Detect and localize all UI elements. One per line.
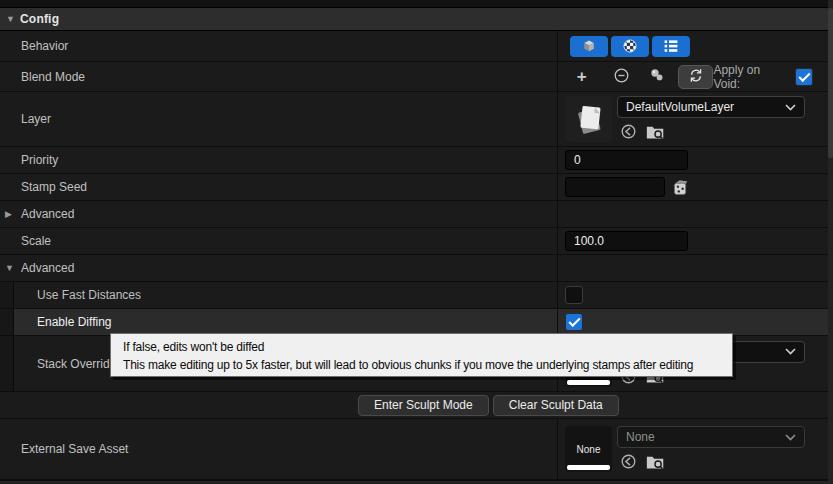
row-advanced-collapsed[interactable]: ▶ Advanced — [0, 201, 833, 228]
chevron-down-icon: ▼ — [6, 14, 20, 24]
indent-gutter — [0, 282, 14, 308]
layer-pages-icon — [570, 99, 608, 140]
cube-icon — [581, 38, 597, 54]
apply-on-void-checkbox[interactable] — [795, 68, 813, 86]
thumbnail-none-label: None — [577, 444, 601, 455]
scale-input[interactable]: 100.0 — [565, 231, 688, 251]
blend-subtract-button[interactable] — [611, 67, 630, 87]
dice-icon[interactable] — [671, 178, 690, 197]
config-category-header[interactable]: ▼ Config — [0, 8, 833, 31]
priority-value: 0 — [574, 153, 581, 167]
enter-sculpt-mode-button[interactable]: Enter Sculpt Mode — [358, 395, 489, 416]
row-sculpt-buttons: Enter Sculpt Mode Clear Sculpt Data — [0, 392, 833, 419]
use-fast-distances-label: Use Fast Distances — [14, 288, 141, 302]
add-icon: + — [577, 68, 587, 85]
clear-sculpt-data-button[interactable]: Clear Sculpt Data — [493, 395, 619, 416]
apply-on-void-label: Apply on Void: — [713, 63, 788, 91]
subtract-circle-icon — [613, 67, 630, 87]
asset-color-stripe — [567, 465, 610, 470]
row-behavior: Behavior — [0, 31, 833, 62]
enable-diffing-tooltip: If false, edits won't be diffed This mak… — [110, 333, 733, 377]
stack-override-label: Stack Override — [14, 357, 116, 371]
scrollbar-thumb[interactable] — [828, 8, 833, 158]
category-label: Config — [20, 12, 59, 26]
panel-top-edge — [0, 0, 833, 8]
layer-asset-thumbnail[interactable] — [565, 96, 612, 142]
external-save-asset-dropdown[interactable]: None — [617, 426, 805, 448]
indent-gutter — [0, 336, 14, 391]
chevron-down-icon — [785, 104, 796, 111]
blend-loop-button[interactable] — [678, 65, 713, 89]
tooltip-line-1: If false, edits won't be diffed — [123, 338, 720, 356]
chevron-down-icon — [785, 348, 796, 355]
panel-bottom-edge — [0, 480, 833, 484]
behavior-label: Behavior — [0, 39, 68, 53]
behavior-shape-button[interactable] — [570, 36, 608, 57]
indent-gutter — [0, 309, 14, 335]
scale-value: 100.0 — [574, 234, 604, 248]
row-use-fast-distances: Use Fast Distances — [0, 282, 833, 309]
browse-to-asset-icon[interactable] — [646, 454, 665, 470]
enable-diffing-checkbox[interactable] — [565, 313, 583, 331]
behavior-material-button[interactable] — [611, 36, 649, 57]
checker-sphere-icon — [622, 38, 638, 54]
clear-sculpt-data-label: Clear Sculpt Data — [509, 398, 603, 412]
details-panel: ▼ Config Behavior — [0, 0, 833, 484]
behavior-list-button[interactable] — [652, 36, 690, 57]
row-priority: Priority 0 — [0, 147, 833, 174]
chevron-right-icon: ▶ — [5, 209, 12, 219]
layer-asset-picker: DefaultVolumeLayer — [565, 96, 805, 142]
use-selected-icon[interactable] — [620, 123, 637, 140]
blend-add-button[interactable]: + — [572, 67, 591, 87]
paint-blend-icon — [649, 67, 665, 86]
row-scale: Scale 100.0 — [0, 228, 833, 255]
loop-icon — [688, 68, 704, 86]
chevron-down-icon: ▼ — [5, 263, 14, 273]
enable-diffing-label: Enable Diffing — [14, 315, 112, 329]
stamp-seed-input[interactable] — [565, 177, 665, 197]
browse-to-asset-icon[interactable] — [646, 124, 665, 140]
external-save-asset-thumbnail[interactable]: None — [565, 426, 612, 472]
use-selected-icon[interactable] — [620, 453, 637, 470]
priority-label: Priority — [0, 153, 58, 167]
row-enable-diffing: Enable Diffing — [0, 309, 833, 336]
blend-paint-button[interactable] — [647, 67, 666, 87]
layer-label: Layer — [0, 112, 51, 126]
row-stamp-seed: Stamp Seed — [0, 174, 833, 201]
stamp-seed-label: Stamp Seed — [0, 180, 87, 194]
scrollbar-track[interactable] — [828, 0, 833, 484]
scale-label: Scale — [0, 234, 51, 248]
row-external-save-asset: External Save Asset None None — [0, 419, 833, 480]
row-blend-mode: Blend Mode + — [0, 62, 833, 92]
asset-color-stripe — [567, 380, 610, 385]
external-save-asset-label: External Save Asset — [0, 442, 128, 456]
chevron-down-icon — [785, 434, 796, 441]
tooltip-line-2: This make editing up to 5x faster, but w… — [123, 356, 720, 374]
layer-dropdown-value: DefaultVolumeLayer — [626, 100, 734, 114]
priority-input[interactable]: 0 — [565, 150, 688, 170]
external-save-asset-value: None — [626, 430, 655, 444]
row-advanced-expanded[interactable]: ▼ Advanced — [0, 255, 833, 282]
row-layer: Layer DefaultVolumeLayer — [0, 92, 833, 147]
enter-sculpt-mode-label: Enter Sculpt Mode — [374, 398, 473, 412]
use-fast-distances-checkbox[interactable] — [565, 286, 583, 304]
blend-mode-label: Blend Mode — [0, 70, 85, 84]
list-icon — [663, 39, 679, 53]
external-save-asset-picker: None None — [565, 426, 805, 472]
layer-dropdown[interactable]: DefaultVolumeLayer — [617, 96, 805, 118]
